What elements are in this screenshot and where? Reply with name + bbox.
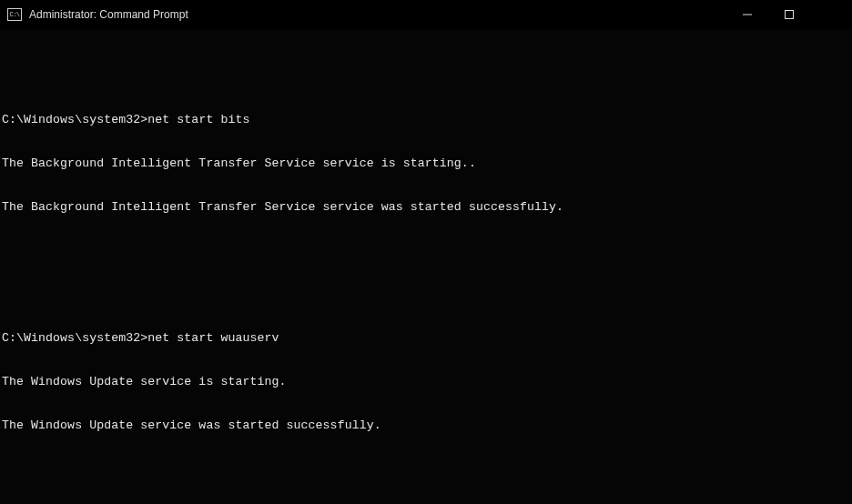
minimize-button[interactable] (726, 0, 768, 29)
command-text: net start wuauserv (147, 331, 279, 346)
output-line: The Background Intelligent Transfer Serv… (2, 156, 852, 171)
cmd-icon-text: C:\ (9, 12, 19, 18)
titlebar: C:\ Administrator: Command Prompt (0, 0, 852, 29)
prompt: C:\Windows\system32> (2, 113, 147, 127)
prompt-line: C:\Windows\system32>net start bits (2, 113, 852, 127)
maximize-icon (785, 10, 794, 19)
command-text: net start bits (147, 113, 249, 127)
maximize-button[interactable] (768, 0, 810, 29)
output-line: The Background Intelligent Transfer Serv… (2, 200, 852, 215)
window-title: Administrator: Command Prompt (29, 0, 188, 29)
command-block: C:\Windows\system32>net start wuauserv T… (2, 302, 852, 462)
terminal-area[interactable]: C:\Windows\system32>net start bits The B… (0, 29, 852, 504)
prompt: C:\Windows\system32> (2, 331, 147, 346)
output-line: The Windows Update service was started s… (2, 418, 852, 433)
window-controls (726, 0, 852, 29)
minimize-icon (743, 10, 752, 19)
command-block: C:\Windows\system32>net start bits The B… (2, 84, 852, 244)
prompt-line: C:\Windows\system32>net start wuauserv (2, 331, 852, 346)
output-line: The Windows Update service is starting. (2, 375, 852, 389)
cmd-icon: C:\ (7, 8, 22, 21)
svg-rect-1 (786, 11, 794, 19)
